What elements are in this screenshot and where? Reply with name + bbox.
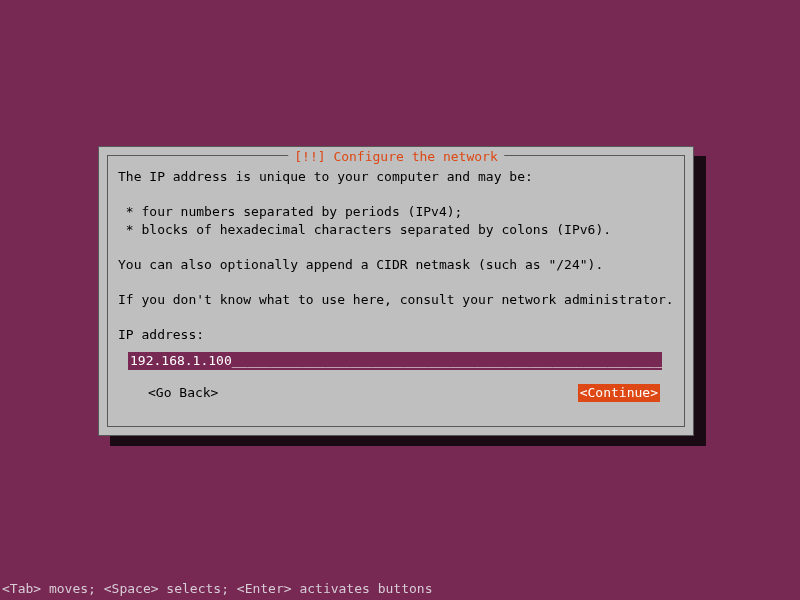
- dialog-border: [!!] Configure the network The IP addres…: [107, 155, 685, 427]
- ip-address-label: IP address:: [118, 326, 674, 344]
- input-fill: ________________________________________…: [240, 353, 662, 368]
- bullet-ipv6: * blocks of hexadecimal characters separ…: [118, 221, 674, 239]
- blank: [118, 238, 674, 256]
- bullet-ipv4: * four numbers separated by periods (IPv…: [118, 203, 674, 221]
- blank: [118, 273, 674, 291]
- dialog-body: The IP address is unique to your compute…: [118, 168, 674, 416]
- footer-hint: <Tab> moves; <Space> selects; <Enter> ac…: [2, 580, 432, 598]
- button-row: <Go Back> <Continue>: [148, 384, 660, 402]
- consult-line: If you don't know what to use here, cons…: [118, 291, 674, 309]
- ip-address-value: 192.168.1.100: [130, 353, 240, 368]
- cidr-line: You can also optionally append a CIDR ne…: [118, 256, 674, 274]
- intro-line: The IP address is unique to your compute…: [118, 168, 674, 186]
- go-back-button[interactable]: <Go Back>: [148, 384, 218, 402]
- blank: [118, 186, 674, 204]
- dialog-title: [!!] Configure the network: [288, 148, 504, 166]
- continue-button[interactable]: <Continue>: [578, 384, 660, 402]
- configure-network-dialog: [!!] Configure the network The IP addres…: [98, 146, 694, 436]
- blank: [118, 308, 674, 326]
- ip-address-input[interactable]: 192.168.1.100___________________________…: [128, 352, 662, 370]
